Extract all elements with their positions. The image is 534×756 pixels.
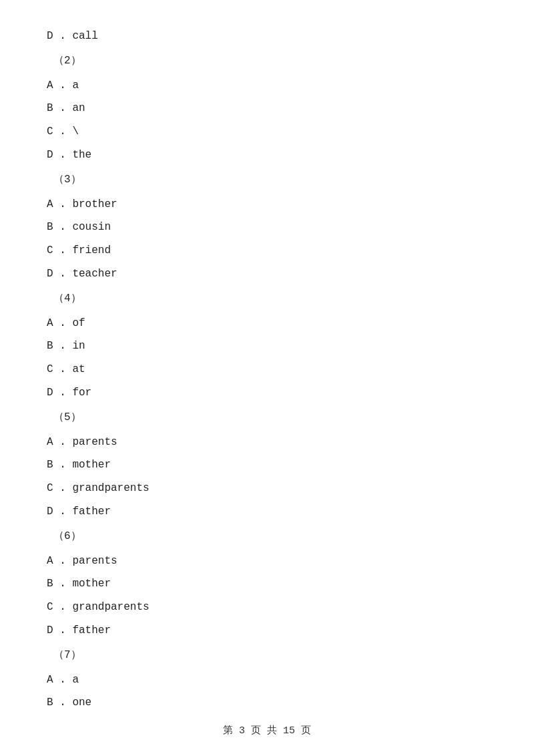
option-item: B . an [47,99,487,118]
option-item: A . parents [47,552,487,571]
option-item: A . a [47,671,487,690]
option-item: A . parents [47,433,487,452]
option-item: B . one [47,693,487,713]
option-item: B . in [47,337,487,356]
page-footer: 第 3 页 共 15 页 [0,724,534,737]
option-item: C . \ [47,122,487,142]
option-item: B . mother [47,574,487,594]
option-item: C . friend [47,241,487,260]
option-item: B . mother [47,455,487,475]
option-item: D . teacher [47,264,487,284]
option-item: C . grandparents [47,598,487,617]
option-item: A . brother [47,195,487,214]
page-content: D . call（2）A . aB . anC . \D . the（3）A .… [0,0,534,756]
option-item: C . grandparents [47,479,487,498]
question-number: （3） [53,170,487,190]
option-item: A . of [47,314,487,333]
option-item: D . father [47,621,487,640]
option-item: A . a [47,76,487,96]
option-item: D . father [47,502,487,522]
question-number: （5） [53,408,487,427]
question-number: （6） [53,527,487,546]
question-number: （4） [53,289,487,309]
option-item: C . at [47,360,487,379]
option-item: B . cousin [47,218,487,237]
question-number: （7） [53,646,487,665]
option-item: D . the [47,146,487,165]
option-item: D . call [47,27,487,46]
option-item: D . for [47,383,487,403]
question-number: （2） [53,51,487,71]
